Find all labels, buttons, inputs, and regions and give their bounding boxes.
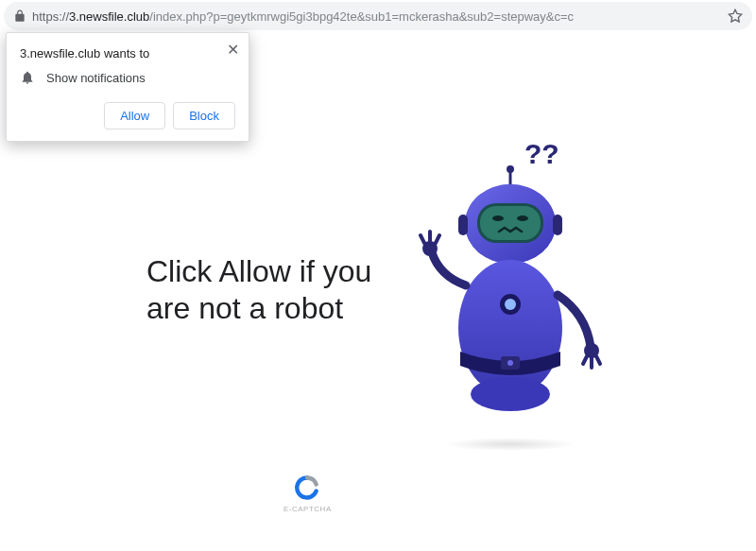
- captcha-icon: [294, 474, 320, 501]
- lock-icon: [13, 9, 26, 23]
- captcha-label: E-CAPTCHA: [284, 505, 332, 513]
- svg-rect-9: [458, 215, 468, 235]
- robot-illustration: ??: [411, 129, 610, 451]
- notification-row: Show notifications: [20, 70, 235, 85]
- question-marks-icon: ??: [524, 138, 559, 169]
- svg-rect-6: [480, 206, 541, 240]
- svg-rect-10: [553, 215, 562, 235]
- instruction-block: Click Allow if you are not a robot: [146, 253, 392, 326]
- svg-point-16: [471, 377, 550, 411]
- notification-buttons: Allow Block: [20, 102, 235, 129]
- close-icon[interactable]: ✕: [227, 43, 239, 58]
- notification-title: 3.newsfile.club wants to: [20, 46, 235, 60]
- svg-point-15: [507, 360, 513, 366]
- bell-icon: [20, 70, 35, 85]
- svg-point-8: [517, 215, 528, 221]
- svg-point-13: [505, 299, 516, 310]
- block-button[interactable]: Block: [173, 102, 235, 129]
- notification-message: Show notifications: [46, 71, 146, 85]
- svg-point-7: [492, 215, 504, 221]
- url-host: 3.newsfile.club: [69, 9, 149, 24]
- url-text: https://3.newsfile.club/index.php?p=geyt…: [32, 9, 728, 24]
- url-path: /index.php?p=geytkmrwgi5gi3bpg42te&sub1=…: [149, 9, 574, 24]
- allow-button[interactable]: Allow: [104, 102, 165, 129]
- address-bar[interactable]: https://3.newsfile.club/index.php?p=geyt…: [4, 2, 752, 30]
- headline-text: Click Allow if you are not a robot: [146, 253, 392, 326]
- captcha-logo: E-CAPTCHA: [284, 474, 332, 513]
- url-scheme: https://: [32, 9, 69, 24]
- bookmark-star-icon[interactable]: [728, 9, 743, 24]
- svg-marker-0: [729, 9, 741, 22]
- notification-permission-popup: 3.newsfile.club wants to ✕ Show notifica…: [6, 32, 249, 142]
- svg-point-11: [458, 260, 562, 396]
- robot-shadow: [444, 438, 576, 451]
- svg-point-2: [507, 165, 514, 173]
